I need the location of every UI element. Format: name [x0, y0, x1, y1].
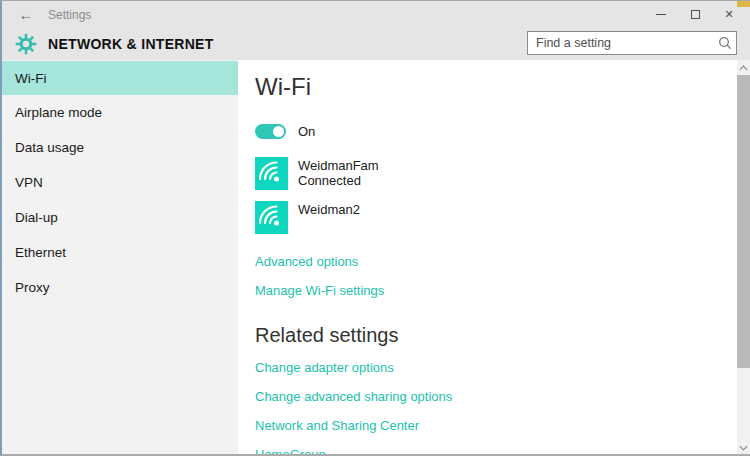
- main-pane: Wi-Fi On: [238, 60, 737, 456]
- change-adapter-options-link[interactable]: Change adapter options: [255, 360, 737, 376]
- homegroup-link[interactable]: HomeGroup: [255, 447, 737, 456]
- scrollbar-down-icon[interactable]: [737, 441, 750, 454]
- page-section-title: NETWORK & INTERNET: [48, 36, 214, 52]
- search-input[interactable]: [528, 36, 714, 50]
- wifi-toggle[interactable]: [255, 124, 286, 139]
- maximize-icon: [691, 10, 700, 19]
- network-name: WeidmanFam: [298, 158, 379, 173]
- wifi-toggle-row: On: [255, 124, 737, 139]
- network-name: Weidman2: [298, 202, 360, 217]
- sidebar-item-wifi[interactable]: Wi-Fi: [2, 61, 238, 95]
- desktop-background-sliver: [737, 1, 750, 7]
- network-item-weidmanfam[interactable]: WeidmanFam Connected: [255, 157, 737, 190]
- sidebar-item-dial-up[interactable]: Dial-up: [2, 200, 238, 235]
- wifi-network-icon: [255, 201, 288, 234]
- maximize-button[interactable]: [678, 4, 712, 24]
- scrollbar[interactable]: [737, 60, 750, 456]
- advanced-options-link[interactable]: Advanced options: [255, 254, 737, 270]
- sidebar-item-proxy[interactable]: Proxy: [2, 270, 238, 305]
- sidebar-item-airplane-mode[interactable]: Airplane mode: [2, 95, 238, 130]
- search-box[interactable]: [527, 31, 737, 55]
- search-icon[interactable]: [714, 36, 736, 50]
- toggle-knob: [273, 126, 284, 137]
- minimize-button[interactable]: [644, 4, 678, 24]
- titlebar: ← Settings ✕: [2, 1, 750, 28]
- wifi-network-icon: [255, 157, 288, 190]
- network-text: Weidman2: [298, 201, 360, 217]
- network-list: WeidmanFam Connected: [255, 157, 737, 234]
- change-advanced-sharing-options-link[interactable]: Change advanced sharing options: [255, 389, 737, 405]
- page-title: Wi-Fi: [255, 73, 737, 101]
- scrollbar-thumb[interactable]: [737, 75, 750, 368]
- sidebar: Wi-Fi Airplane mode Data usage VPN Dial-…: [2, 60, 238, 456]
- close-icon: ✕: [724, 9, 733, 20]
- minimize-icon: [656, 14, 666, 15]
- network-status: Connected: [298, 173, 379, 188]
- network-and-sharing-center-link[interactable]: Network and Sharing Center: [255, 418, 737, 434]
- related-links: Change adapter options Change advanced s…: [255, 360, 737, 456]
- manage-wifi-settings-link[interactable]: Manage Wi-Fi settings: [255, 283, 737, 299]
- close-button[interactable]: ✕: [712, 4, 746, 24]
- wifi-links: Advanced options Manage Wi-Fi settings: [255, 254, 737, 299]
- toggle-state-label: On: [298, 124, 315, 139]
- network-text: WeidmanFam Connected: [298, 157, 379, 188]
- sidebar-item-ethernet[interactable]: Ethernet: [2, 235, 238, 270]
- related-settings-title: Related settings: [255, 322, 737, 348]
- sidebar-item-data-usage[interactable]: Data usage: [2, 130, 238, 165]
- network-item-weidman2[interactable]: Weidman2: [255, 201, 737, 234]
- settings-window: ← Settings ✕: [0, 0, 750, 456]
- gear-icon: [15, 33, 37, 55]
- sidebar-item-vpn[interactable]: VPN: [2, 165, 238, 200]
- window-title: Settings: [48, 8, 91, 22]
- scrollbar-up-icon[interactable]: [737, 61, 750, 74]
- back-icon[interactable]: ←: [12, 6, 40, 23]
- window-controls: ✕: [644, 4, 746, 24]
- header: ← Settings ✕: [2, 1, 750, 60]
- body: Wi-Fi Airplane mode Data usage VPN Dial-…: [2, 60, 750, 456]
